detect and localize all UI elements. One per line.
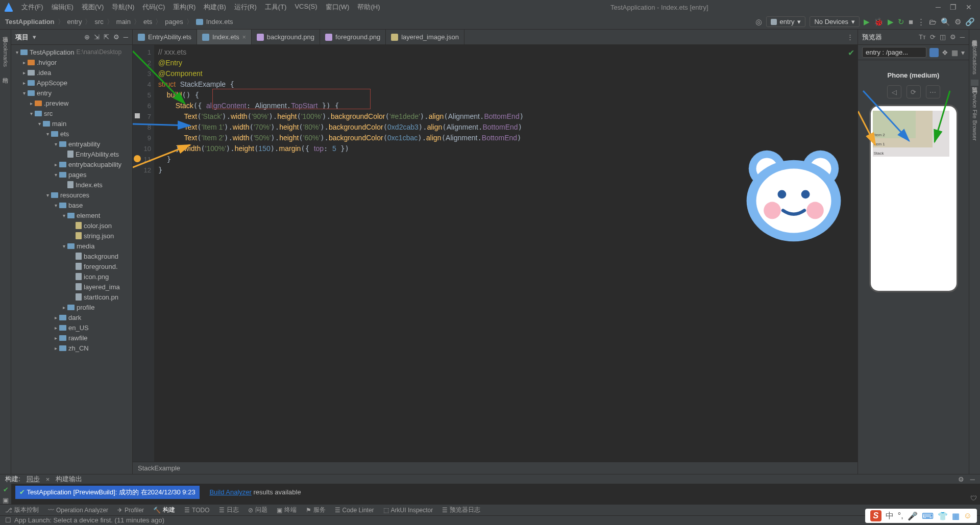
tree-item[interactable]: ▾pages <box>11 169 132 180</box>
inspection-ok-icon[interactable]: ✔ <box>848 48 854 58</box>
previewer-tab[interactable]: 预览器 <box>971 80 978 86</box>
tree-item[interactable]: ▸zh_CN <box>11 343 132 353</box>
bottom-tool-版本控制[interactable]: ⎇版本控制 <box>5 506 39 514</box>
tree-item[interactable]: startIcon.pn <box>11 292 132 302</box>
device-back-button[interactable]: ◁ <box>887 85 901 98</box>
tree-item[interactable]: ▸.hvigor <box>11 57 132 67</box>
tree-item[interactable]: ▾src <box>11 108 132 118</box>
run-button[interactable]: ▶ <box>864 17 870 27</box>
panel-settings-icon[interactable]: ⚙ <box>113 33 119 41</box>
breadcrumb-item[interactable]: Index.ets <box>206 18 233 26</box>
tree-item[interactable]: ▾media <box>11 241 132 251</box>
tree-item[interactable]: string.json <box>11 231 132 241</box>
code-editor[interactable]: // xxx.ets @Entry @Component struct Stac… <box>154 45 857 462</box>
tree-item[interactable]: Index.ets <box>11 180 132 190</box>
ime-mode-icon[interactable]: 中 <box>886 511 894 521</box>
tree-item[interactable]: ▸AppScope <box>11 78 132 88</box>
build-output-tab[interactable]: 构建输出 <box>56 474 82 484</box>
tree-item[interactable]: EntryAbility.ets <box>11 149 132 159</box>
minimize-button[interactable]: ─ <box>936 3 941 11</box>
bottom-tool-问题[interactable]: ⊘问题 <box>248 506 267 514</box>
tree-item[interactable]: ▾entryability <box>11 139 132 149</box>
preview-hide-icon[interactable]: ─ <box>960 33 965 41</box>
preview-layers-icon[interactable]: ❖ <box>942 48 948 57</box>
settings-icon[interactable]: ⚙ <box>954 17 961 27</box>
breadcrumb-item[interactable]: entry <box>67 18 82 26</box>
sync-tab[interactable]: 同步 <box>27 474 40 484</box>
tree-item[interactable]: ▾TestApplicationE:\nana\Desktop <box>11 47 132 57</box>
admin-shield-icon[interactable]: 🛡 <box>970 494 977 502</box>
preview-settings-icon[interactable]: ⚙ <box>950 33 956 41</box>
tree-item[interactable]: ▸dark <box>11 312 132 322</box>
preview-refresh-icon[interactable]: ⟳ <box>930 33 936 41</box>
bottom-tool-ArkUI Inspector[interactable]: ⬚ArkUI Inspector <box>383 507 433 514</box>
tree-item[interactable]: foreground. <box>11 261 132 271</box>
menu-窗口(W)[interactable]: 窗口(W) <box>323 2 353 13</box>
bottom-tool-日志[interactable]: ☰日志 <box>219 506 239 514</box>
tree-item[interactable]: ▾element <box>11 210 132 220</box>
preview-3d-icon[interactable] <box>929 48 939 57</box>
link-icon[interactable]: 🔗 <box>965 17 975 27</box>
select-opened-file-icon[interactable]: ⊕ <box>84 33 90 41</box>
tree-item[interactable]: ▾base <box>11 200 132 210</box>
tree-item[interactable]: ▾ets <box>11 129 132 139</box>
maximize-button[interactable]: ❐ <box>950 3 957 11</box>
sync-close[interactable]: × <box>46 476 50 483</box>
preview-inspect-icon[interactable]: ◫ <box>940 33 946 41</box>
menu-运行(R)[interactable]: 运行(R) <box>231 2 260 13</box>
editor-tab[interactable]: background.png <box>252 30 320 44</box>
bottom-tool-Operation Analyzer[interactable]: 〰Operation Analyzer <box>48 507 108 514</box>
tree-item[interactable]: color.json <box>11 220 132 231</box>
preview-more-icon[interactable]: ▾ <box>961 48 965 57</box>
device-dropdown[interactable]: No Devices▾ <box>810 16 859 27</box>
menu-工具(T)[interactable]: 工具(T) <box>262 2 290 13</box>
hide-panel-icon[interactable]: ─ <box>124 33 128 41</box>
tree-item[interactable]: ▾resources <box>11 190 132 200</box>
run-config-dropdown[interactable]: entry▾ <box>766 16 806 27</box>
tree-item[interactable]: ▸.idea <box>11 67 132 78</box>
bottom-tool-终端[interactable]: ▣终端 <box>277 506 297 514</box>
device-file-browser-tab[interactable]: Device File Browser <box>972 88 978 144</box>
rerun-button[interactable]: ↻ <box>898 17 904 27</box>
custom-components-tab[interactable]: 自定义服务组件 <box>971 33 978 39</box>
sogou-ime-icon[interactable]: S <box>870 510 881 521</box>
tree-item[interactable]: background <box>11 251 132 261</box>
device-rotate-button[interactable]: ⟳ <box>906 85 921 98</box>
build-hide-icon[interactable]: ─ <box>970 476 975 483</box>
close-button[interactable]: ✕ <box>966 3 972 11</box>
coverage-button[interactable]: ▶ <box>888 17 894 27</box>
tree-item[interactable]: ▸entrybackupability <box>11 159 132 169</box>
stop-button[interactable]: ■ <box>909 17 913 26</box>
device-more-button[interactable]: ⋯ <box>926 85 940 98</box>
tree-item[interactable]: ▾entry <box>11 88 132 98</box>
bottom-tool-服务[interactable]: ⚑服务 <box>306 506 326 514</box>
tree-item[interactable]: ▸rawfile <box>11 333 132 343</box>
preview-entry-dropdown[interactable]: entry : /page... <box>862 47 926 58</box>
build-filter-icon[interactable]: ▣ <box>3 496 9 504</box>
editor-breadcrumb[interactable]: StackExample <box>133 462 857 474</box>
ime-smile-icon[interactable]: ☺ <box>964 511 972 520</box>
editor-tab[interactable]: Index.ets× <box>197 30 252 44</box>
menu-视图(V)[interactable]: 视图(V) <box>79 2 107 13</box>
project-panel-dropdown[interactable]: ▾ <box>33 33 36 41</box>
ime-skin-icon[interactable]: ⌨ <box>922 511 934 521</box>
breadcrumb-item[interactable]: main <box>116 18 131 26</box>
build-output[interactable]: ✔ TestApplication [PreviewBuild]: 成功的 在2… <box>11 484 980 504</box>
tree-item[interactable]: layered_ima <box>11 282 132 292</box>
bottom-tool-Profiler[interactable]: ✈Profiler <box>117 507 144 514</box>
bottom-tool-构建[interactable]: 🔨构建 <box>153 506 175 514</box>
bookmarks-tool-tab[interactable]: Bookmarks <box>3 39 9 67</box>
expand-all-icon[interactable]: ⇲ <box>94 33 100 41</box>
tree-item[interactable]: ▾main <box>11 118 132 129</box>
ime-voice-icon[interactable]: 🎤 <box>908 511 918 521</box>
menu-重构(R)[interactable]: 重构(R) <box>170 2 199 13</box>
tree-item[interactable]: icon.png <box>11 271 132 282</box>
menu-帮助(H)[interactable]: 帮助(H) <box>354 2 383 13</box>
build-settings-icon[interactable]: ⚙ <box>958 476 964 483</box>
target-icon[interactable]: ◎ <box>755 17 762 27</box>
editor-tab[interactable]: EntryAbility.ets <box>133 30 197 44</box>
menu-VCS(S)[interactable]: VCS(S) <box>291 2 320 13</box>
menu-构建(B)[interactable]: 构建(B) <box>201 2 229 13</box>
collapse-all-icon[interactable]: ⇱ <box>104 33 109 41</box>
ime-shirt-icon[interactable]: 👕 <box>938 511 948 521</box>
